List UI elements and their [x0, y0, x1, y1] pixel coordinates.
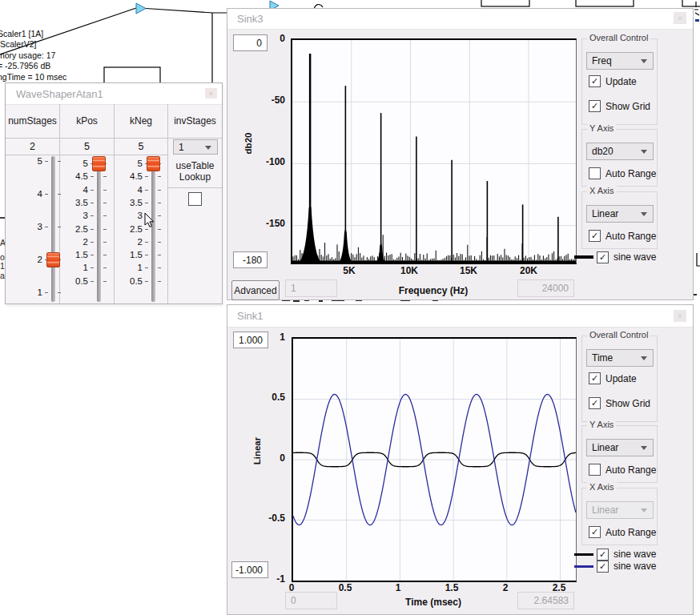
slider-tick-label: 3: [115, 211, 143, 220]
update-checkbox-row[interactable]: ✓ Update: [589, 75, 637, 87]
show-grid-checkbox[interactable]: ✓: [589, 100, 601, 112]
y-axis-label: db20: [243, 118, 255, 169]
y-auto-range-row[interactable]: Auto Range: [589, 464, 656, 476]
slider-tick-label: 4: [60, 185, 88, 195]
sink3-spectrum-plot: [291, 38, 577, 264]
spectrum-chart: [292, 40, 576, 263]
x-auto-range-row[interactable]: ✓ Auto Range: [589, 230, 656, 242]
x-tick-label: 2: [489, 582, 521, 593]
invstages-dropdown[interactable]: 1: [173, 139, 218, 155]
close-icon[interactable]: ×: [674, 12, 686, 24]
x-tick-label: 15K: [453, 265, 485, 276]
module-info-line: [ScalerV2]: [0, 39, 76, 50]
x-auto-range-row[interactable]: ✓ Auto Range: [589, 526, 656, 538]
auto-range-checkbox[interactable]: ✓: [589, 526, 601, 538]
clipped-text-fragment: [293, 300, 300, 302]
checkbox-label: Auto Range: [605, 231, 656, 242]
overall-control-dropdown[interactable]: Freq: [586, 52, 654, 70]
slider-tick-mark: [103, 255, 107, 255]
legend-checkbox[interactable]: ✓: [597, 549, 609, 561]
slider-tick-label: 5: [115, 159, 143, 168]
sink3-x-max-field[interactable]: 24000: [517, 279, 574, 297]
slider-tick-mark: [91, 281, 94, 282]
overall-control-dropdown[interactable]: Time: [586, 349, 654, 367]
show-grid-checkbox[interactable]: ✓: [589, 397, 601, 409]
slider-tick-mark: [103, 267, 107, 268]
kneg-value: 5: [115, 138, 167, 155]
checkbox-label: Update: [605, 373, 637, 384]
chevron-down-icon: [641, 508, 647, 512]
slider-handle[interactable]: [46, 252, 60, 267]
usetable-label: Lookup: [168, 171, 222, 183]
y-axis-dropdown[interactable]: db20: [586, 143, 654, 160]
advanced-button[interactable]: Advanced: [231, 280, 280, 300]
x-axis-dropdown[interactable]: Linear: [586, 205, 654, 223]
group-caption: Y Axis: [587, 420, 616, 429]
module-info-line: ngTime = 10 msec: [0, 72, 76, 82]
slider-tick-label: 2: [115, 237, 143, 247]
slider-tick-mark: [45, 194, 48, 195]
dropdown-value: Linear: [592, 208, 618, 219]
slider-tick-mark: [91, 229, 94, 230]
slider-handle[interactable]: [92, 156, 106, 171]
sink3-x-min-field[interactable]: 1: [285, 279, 337, 297]
numstages-value: 2: [6, 138, 59, 155]
slider-tick-label: 3: [60, 211, 88, 220]
usetable-checkbox[interactable]: [188, 192, 202, 206]
show-grid-checkbox-row[interactable]: ✓ Show Grid: [589, 100, 650, 112]
chevron-down-icon: [641, 150, 647, 154]
update-checkbox[interactable]: ✓: [589, 75, 601, 87]
clipped-text-fragment: [319, 300, 323, 302]
y-axis-group: Y Axis Linear Auto Range: [581, 425, 658, 483]
y-axis-label: Linear: [252, 425, 264, 476]
kpos-slider[interactable]: 54.543.532.521.510.5: [60, 155, 114, 303]
auto-range-checkbox[interactable]: ✓: [589, 230, 601, 242]
y-axis-dropdown[interactable]: Linear: [586, 439, 654, 456]
column-header: invStages: [168, 104, 222, 139]
slider-tick-mark: [103, 281, 107, 282]
slider-tick-label: 1: [115, 263, 143, 272]
y-auto-range-row[interactable]: Auto Range: [589, 167, 656, 179]
slider-tick-mark: [158, 281, 161, 282]
legend-checkbox[interactable]: ✓: [597, 251, 609, 263]
chevron-down-icon: [641, 446, 647, 450]
slider-tick-mark: [145, 267, 148, 268]
kneg-slider[interactable]: 54.543.532.521.510.5: [115, 155, 167, 303]
checkbox-label: Auto Range: [605, 464, 656, 476]
checkbox-label: Auto Range: [605, 168, 656, 179]
slider-tick-mark: [103, 176, 107, 177]
sink3-y-min-field[interactable]: -180: [233, 251, 268, 268]
group-caption: Overall Control: [587, 330, 650, 340]
sink1-title-bar[interactable]: Sink1 ×: [227, 305, 693, 328]
update-checkbox-row[interactable]: ✓ Update: [589, 372, 637, 384]
slider-tick-label: 3.5: [115, 198, 143, 207]
legend-row: ✓ sine wave: [574, 548, 656, 561]
slider-tick-label: 0.5: [115, 276, 143, 286]
legend-label: sine wave: [614, 561, 656, 572]
group-caption: X Axis: [587, 186, 617, 195]
numstages-slider[interactable]: 54321: [6, 155, 59, 303]
update-checkbox[interactable]: ✓: [589, 372, 601, 384]
close-icon[interactable]: ×: [205, 88, 217, 98]
column-invstages: invStages 1 useTable Lookup: [168, 104, 222, 303]
slider-tick-label: 1.5: [115, 250, 143, 259]
x-axis-dropdown: Linear: [586, 501, 654, 519]
show-grid-checkbox-row[interactable]: ✓ Show Grid: [589, 397, 650, 409]
dropdown-value: Linear: [592, 442, 618, 453]
slider-tick-label: 0.5: [60, 276, 88, 286]
x-tick-label: 1: [382, 582, 414, 593]
close-icon[interactable]: ×: [674, 310, 686, 322]
x-tick-label: 10K: [393, 265, 425, 276]
waveshaper-title-bar[interactable]: WaveShaperAtan1 ×: [6, 83, 222, 105]
x-tick-label: 1.5: [436, 582, 468, 593]
dropdown-value: 1: [179, 142, 184, 153]
auto-range-checkbox[interactable]: [589, 464, 601, 476]
slider-tick-mark: [158, 215, 161, 216]
sink1-x-min-field[interactable]: 0: [285, 592, 337, 609]
auto-range-checkbox[interactable]: [589, 167, 601, 179]
slider-tick-mark: [45, 227, 48, 227]
legend-checkbox[interactable]: ✓: [597, 561, 609, 573]
sink3-title-bar[interactable]: Sink3 ×: [227, 9, 693, 30]
slider-handle[interactable]: [147, 156, 160, 171]
sink1-x-max-field[interactable]: 2.64583: [517, 592, 574, 609]
